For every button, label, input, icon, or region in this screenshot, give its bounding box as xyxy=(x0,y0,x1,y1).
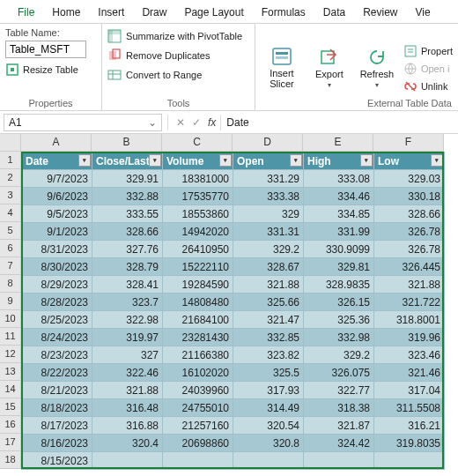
row-head[interactable]: 2 xyxy=(0,169,21,187)
cell[interactable]: 322.46 xyxy=(92,364,163,382)
cell[interactable]: 326.15 xyxy=(304,294,374,311)
cell[interactable]: 323.82 xyxy=(233,346,304,364)
remove-duplicates-button[interactable]: Remove Duplicates xyxy=(107,48,249,63)
cell[interactable]: 332.88 xyxy=(92,188,163,205)
filter-button[interactable] xyxy=(149,154,161,167)
cell[interactable]: 318.8001 xyxy=(374,311,445,329)
table-header-cell[interactable]: Open xyxy=(233,152,304,170)
cell[interactable]: 321.47 xyxy=(233,311,304,329)
cell[interactable]: 327.76 xyxy=(92,241,163,258)
cell[interactable]: 319.96 xyxy=(374,329,445,346)
chevron-down-icon[interactable] xyxy=(148,116,157,129)
row-head[interactable]: 3 xyxy=(0,187,21,205)
cell[interactable]: 14808480 xyxy=(163,294,233,311)
cell[interactable]: 24039960 xyxy=(163,382,233,399)
cell[interactable]: 17535770 xyxy=(163,188,233,205)
tab-file[interactable]: File xyxy=(9,3,43,23)
filter-button[interactable] xyxy=(78,154,91,167)
filter-button[interactable] xyxy=(431,154,443,167)
cell[interactable]: 325.66 xyxy=(233,294,304,311)
row-head[interactable]: 14 xyxy=(0,381,21,398)
refresh-button[interactable]: Refresh xyxy=(356,48,398,89)
cell[interactable]: 21257160 xyxy=(163,417,233,435)
cell[interactable]: 325.5 xyxy=(233,364,304,382)
tab-home[interactable]: Home xyxy=(43,3,89,23)
cell[interactable] xyxy=(163,452,233,470)
cell[interactable]: 14942020 xyxy=(163,223,233,241)
resize-table-button[interactable]: Resize Table xyxy=(5,63,96,77)
filter-button[interactable] xyxy=(219,154,232,167)
row-head[interactable]: 11 xyxy=(0,328,21,346)
cell[interactable]: 329.2 xyxy=(233,241,304,258)
cell[interactable]: 328.79 xyxy=(92,258,163,276)
cell[interactable]: 9/5/2023 xyxy=(22,205,92,223)
cell[interactable]: 26410950 xyxy=(163,241,233,258)
cell[interactable]: 16102020 xyxy=(163,364,233,382)
cell[interactable]: 328.9835 xyxy=(304,276,374,294)
cell[interactable]: 9/1/2023 xyxy=(22,223,92,241)
export-button[interactable]: Export xyxy=(308,48,351,89)
cell[interactable]: 8/16/2023 xyxy=(22,435,92,452)
col-head-D[interactable]: D xyxy=(233,134,303,152)
table-header-cell[interactable]: High xyxy=(304,152,374,170)
col-head-A[interactable]: A xyxy=(21,134,92,152)
table-header-cell[interactable]: Date xyxy=(22,152,92,170)
cell[interactable]: 20698860 xyxy=(163,435,233,452)
cell[interactable]: 316.88 xyxy=(92,417,163,435)
cell[interactable]: 332.98 xyxy=(304,329,374,346)
cell[interactable]: 19284590 xyxy=(163,276,233,294)
cell[interactable]: 320.54 xyxy=(233,417,304,435)
cell[interactable]: 327 xyxy=(92,346,163,364)
cell[interactable]: 329.2 xyxy=(304,346,374,364)
cell[interactable] xyxy=(92,452,163,470)
table-name-input[interactable] xyxy=(5,41,86,58)
cell[interactable]: 330.18 xyxy=(374,188,445,205)
cell[interactable]: 320.8 xyxy=(233,435,304,452)
cell[interactable]: 8/28/2023 xyxy=(22,294,92,311)
cell[interactable]: 8/23/2023 xyxy=(22,346,92,364)
tab-vie[interactable]: Vie xyxy=(407,3,440,23)
cell[interactable] xyxy=(304,452,374,470)
cell[interactable]: 331.29 xyxy=(233,170,304,188)
row-head[interactable]: 9 xyxy=(0,293,21,310)
cell[interactable]: 328.66 xyxy=(374,205,445,223)
cell[interactable]: 332.85 xyxy=(233,329,304,346)
summarize-pivot-button[interactable]: Summarize with PivotTable xyxy=(107,29,249,43)
cell[interactable]: 24755010 xyxy=(163,399,233,417)
col-head-E[interactable]: E xyxy=(303,134,373,152)
cell[interactable]: 318.38 xyxy=(304,399,374,417)
cell[interactable]: 333.55 xyxy=(92,205,163,223)
cell[interactable]: 8/24/2023 xyxy=(22,329,92,346)
cell[interactable]: 324.42 xyxy=(304,435,374,452)
cell[interactable]: 316.21 xyxy=(374,417,445,435)
tab-formulas[interactable]: Formulas xyxy=(253,3,314,23)
cell[interactable]: 329.03 xyxy=(374,170,445,188)
row-head[interactable]: 7 xyxy=(0,257,21,275)
row-head[interactable]: 16 xyxy=(0,416,21,434)
cell[interactable]: 8/22/2023 xyxy=(22,364,92,382)
cell[interactable]: 328.41 xyxy=(92,276,163,294)
cell[interactable]: 326.78 xyxy=(374,223,445,241)
cell[interactable]: 322.77 xyxy=(304,382,374,399)
fx-icon[interactable]: fx xyxy=(205,116,218,129)
unlink-button[interactable]: Unlink xyxy=(403,79,453,93)
cell[interactable]: 8/18/2023 xyxy=(22,399,92,417)
col-head-F[interactable]: F xyxy=(373,134,444,152)
cell[interactable]: 23281430 xyxy=(163,329,233,346)
cell[interactable]: 329 xyxy=(233,205,304,223)
row-head[interactable]: 5 xyxy=(0,222,21,240)
cell[interactable]: 322.98 xyxy=(92,311,163,329)
col-head-C[interactable]: C xyxy=(162,134,233,152)
select-all-corner[interactable] xyxy=(0,134,21,152)
cell[interactable]: 21166380 xyxy=(163,346,233,364)
cell[interactable] xyxy=(374,452,445,470)
cell[interactable]: 323.46 xyxy=(374,346,445,364)
cell[interactable]: 321.46 xyxy=(374,364,445,382)
cell[interactable]: 21684100 xyxy=(163,311,233,329)
cell[interactable]: 326.78 xyxy=(374,241,445,258)
row-head[interactable]: 6 xyxy=(0,240,21,257)
cell[interactable]: 328.67 xyxy=(233,258,304,276)
cell[interactable]: 314.49 xyxy=(233,399,304,417)
row-head[interactable]: 10 xyxy=(0,310,21,328)
tab-review[interactable]: Review xyxy=(354,3,406,23)
